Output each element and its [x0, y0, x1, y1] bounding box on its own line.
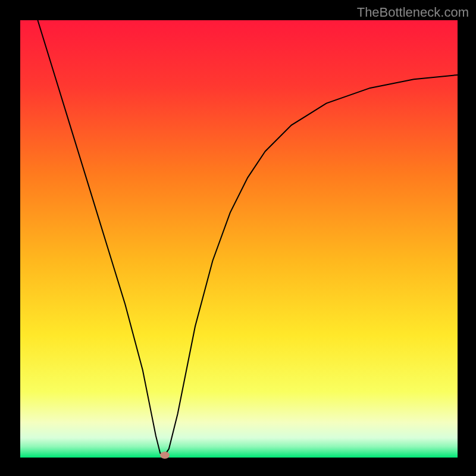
chart-container: TheBottleneck.com	[0, 0, 476, 476]
watermark-text: TheBottleneck.com	[357, 5, 469, 20]
bottleneck-curve	[20, 20, 458, 458]
optimal-point-marker	[160, 452, 170, 459]
plot-area	[20, 20, 458, 458]
